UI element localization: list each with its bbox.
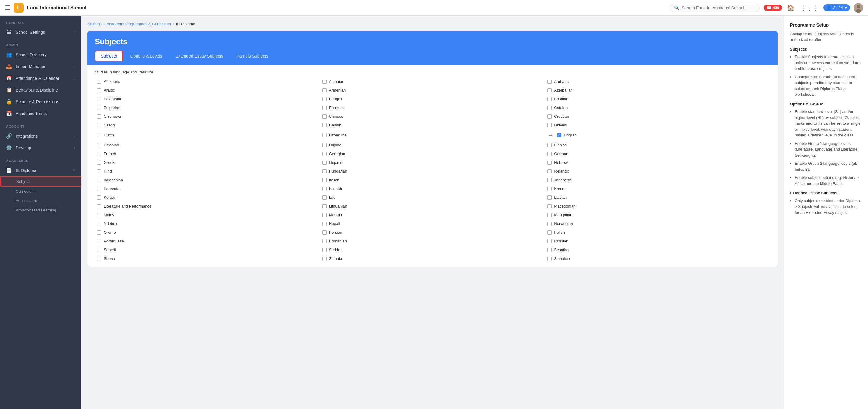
subject-checkbox[interactable] [548, 88, 552, 93]
tab-subjects[interactable]: Subjects [95, 50, 123, 62]
sidebar-sub-item-assessment[interactable]: Assessment [0, 196, 82, 205]
subject-checkbox[interactable] [548, 123, 552, 127]
subject-checkbox[interactable] [548, 161, 552, 165]
subject-checkbox[interactable] [548, 230, 552, 235]
tab-extended-essay[interactable]: Extended Essay Subjects [169, 50, 229, 62]
subject-checkbox[interactable] [548, 221, 552, 226]
subject-name: Dhivehi [554, 123, 567, 127]
subject-checkbox[interactable] [97, 230, 101, 235]
subject-checkbox[interactable] [322, 204, 327, 208]
subject-checkbox[interactable] [548, 97, 552, 101]
notification-badge[interactable]: ✉️ 499 [764, 4, 782, 11]
search-bar[interactable]: 🔍 [670, 4, 760, 12]
subject-checkbox[interactable] [548, 178, 552, 182]
subject-checkbox[interactable] [97, 79, 101, 84]
subject-checkbox[interactable] [548, 239, 552, 243]
subject-checkbox[interactable] [322, 257, 327, 261]
subject-checkbox[interactable] [322, 161, 327, 165]
subject-checkbox[interactable] [548, 257, 552, 261]
subject-checkbox[interactable] [548, 213, 552, 217]
subject-checkbox[interactable] [322, 230, 327, 235]
sidebar-item-import-manager[interactable]: 📥 Import Manager › [0, 61, 82, 72]
subject-checkbox[interactable] [97, 196, 101, 200]
subject-checkbox[interactable] [548, 106, 552, 110]
user-selector[interactable]: 👤 3 of 4 ▾ [824, 4, 850, 11]
subject-checkbox[interactable] [97, 114, 101, 119]
subject-checkbox[interactable] [322, 143, 327, 147]
subject-checkbox[interactable] [97, 123, 101, 127]
sidebar-item-behaviour-discipline[interactable]: 📋 Behaviour & Discipline [0, 84, 82, 96]
subject-checkbox[interactable] [322, 106, 327, 110]
sidebar-sub-item-project-based[interactable]: Project-based Learning [0, 205, 82, 215]
subject-checkbox[interactable] [97, 133, 101, 137]
subject-checkbox[interactable] [322, 196, 327, 200]
breadcrumb-sep-2: › [173, 22, 174, 26]
subject-checkbox[interactable] [97, 187, 101, 191]
subject-checkbox[interactable] [322, 239, 327, 243]
subject-checkbox[interactable] [97, 169, 101, 173]
sidebar-sub-item-curriculum[interactable]: Curriculum [0, 187, 82, 196]
subject-checkbox[interactable] [322, 133, 327, 137]
subject-checkbox[interactable] [548, 114, 552, 119]
subject-checkbox[interactable] [548, 187, 552, 191]
subject-checkbox[interactable] [322, 221, 327, 226]
subject-checkbox[interactable] [322, 114, 327, 119]
subject-checkbox[interactable] [97, 204, 101, 208]
hamburger-menu[interactable]: ☰ [5, 4, 10, 11]
avatar[interactable] [854, 3, 863, 13]
subject-checkbox[interactable] [97, 106, 101, 110]
sidebar-item-school-settings[interactable]: 🏛 School Settings › [0, 27, 82, 38]
subject-name: Sinhalese [554, 256, 571, 261]
subject-checkbox[interactable] [322, 88, 327, 93]
home-icon[interactable]: 🏠 [787, 4, 795, 11]
subject-checkbox[interactable] [548, 79, 552, 84]
subject-checkbox[interactable] [97, 221, 101, 226]
sidebar-sub-item-subjects[interactable]: Subjects [0, 176, 82, 187]
subject-checkbox[interactable] [322, 79, 327, 84]
sidebar-item-attendance-calendar[interactable]: 📅 Attendance & Calendar › [0, 72, 82, 84]
sidebar-sub-label-assessment: Assessment [16, 199, 37, 203]
sidebar-item-integrations[interactable]: 🔗 Integrations › [0, 130, 82, 142]
subject-checkbox[interactable] [322, 213, 327, 217]
subject-checkbox[interactable] [97, 239, 101, 243]
user-icon: 👤 [826, 5, 831, 10]
subject-checkbox[interactable] [322, 123, 327, 127]
subject-checkbox[interactable] [322, 178, 327, 182]
subject-checkbox[interactable] [548, 152, 552, 156]
sidebar-item-school-directory[interactable]: 👥 School Directory [0, 49, 82, 61]
sidebar-item-security-permissions[interactable]: 🔒 Security & Permissions [0, 96, 82, 107]
sidebar-item-academic-terms[interactable]: 📆 Academic Terms [0, 107, 82, 119]
search-input[interactable] [682, 5, 755, 10]
list-item: Russian [545, 238, 770, 244]
subject-checkbox[interactable] [97, 178, 101, 182]
subject-checkbox[interactable] [97, 97, 101, 101]
breadcrumb-academic[interactable]: Academic Programmes & Curriculum [106, 22, 171, 26]
subject-checkbox[interactable] [322, 97, 327, 101]
subject-checkbox[interactable] [322, 187, 327, 191]
subject-checkbox[interactable] [322, 169, 327, 173]
subject-checkbox[interactable] [97, 213, 101, 217]
subject-checkbox[interactable] [97, 88, 101, 93]
subject-checkbox[interactable] [548, 169, 552, 173]
subject-checkbox[interactable] [322, 152, 327, 156]
subject-checkbox[interactable] [97, 152, 101, 156]
tab-pamoja[interactable]: Pamoja Subjects [230, 50, 274, 62]
grid-icon[interactable]: ⋮⋮⋮ [801, 4, 818, 11]
subject-checkbox[interactable] [97, 248, 101, 252]
subjects-grid: AfrikaansAlbanianAmharicArabicArmenianAz… [95, 78, 770, 262]
subject-checkbox[interactable] [97, 161, 101, 165]
subject-name: Bengali [329, 97, 342, 101]
subject-checkbox[interactable] [548, 143, 552, 147]
subject-checkbox[interactable] [97, 257, 101, 261]
tab-options-levels[interactable]: Options & Levels [124, 50, 168, 62]
subject-checkbox[interactable]: ✓ [557, 133, 561, 137]
sidebar-item-ib-diploma[interactable]: 📄 IB Diploma ∨ [0, 165, 82, 176]
breadcrumb-settings[interactable]: Settings [88, 22, 102, 26]
subject-checkbox[interactable] [548, 204, 552, 208]
subject-checkbox[interactable] [322, 248, 327, 252]
subject-checkbox[interactable] [548, 248, 552, 252]
subject-checkbox[interactable] [97, 143, 101, 147]
subject-checkbox[interactable] [548, 196, 552, 200]
sidebar-item-develop[interactable]: ⚙️ Develop › [0, 142, 82, 154]
list-item: Hindi [95, 168, 320, 175]
